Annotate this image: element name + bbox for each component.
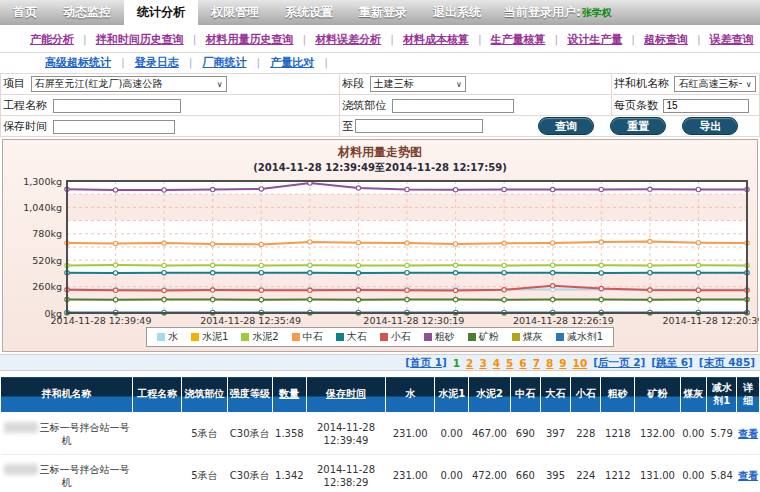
legend-label: 矿粉 bbox=[479, 330, 499, 344]
topnav-item-4[interactable]: 系统设置 bbox=[272, 0, 346, 25]
topnav-item-2[interactable]: 统计分析 bbox=[124, 0, 198, 25]
cell-1-2: 5承台 bbox=[182, 455, 227, 492]
svg-text:260kg: 260kg bbox=[32, 281, 62, 292]
pager-page-8[interactable]: 8 bbox=[546, 357, 553, 369]
cell-0-8: 467.00 bbox=[469, 413, 511, 455]
export-button[interactable]: 导出 bbox=[682, 117, 738, 135]
secondary-menu: 高级超标统计|登录日志|厂商统计|产量比对| bbox=[0, 53, 760, 73]
table-row: 三标一号拌合站一号机5承台C30承台1.3582014-11-28 12:39:… bbox=[1, 413, 760, 455]
svg-text:1,040kg: 1,040kg bbox=[23, 202, 62, 213]
mixer-name-cell: 三标一号拌合站一号机 bbox=[1, 413, 133, 455]
save-time-to-input[interactable] bbox=[355, 119, 483, 133]
project-select[interactable]: 石屏至元江(红龙厂)高速公路 ∨ bbox=[31, 76, 227, 92]
current-user-name: 张学权 bbox=[582, 6, 612, 20]
cell-1-7: 0.00 bbox=[435, 455, 469, 492]
mixer-select[interactable]: 石红高速三标一号拌合站一号机 ∨ bbox=[674, 76, 755, 92]
legend-label: 煤灰 bbox=[523, 330, 543, 344]
pager-page-3[interactable]: 3 bbox=[479, 357, 486, 369]
save-time-from-input[interactable] bbox=[53, 120, 175, 134]
menu-item-2[interactable]: 材料用量历史查询 bbox=[205, 33, 293, 46]
column-header-11: 小石 bbox=[571, 377, 601, 413]
query-button[interactable]: 查询 bbox=[538, 117, 594, 135]
column-header-4[interactable]: 数量 bbox=[272, 377, 306, 413]
menu-item-5[interactable]: 生产量核算 bbox=[491, 33, 546, 46]
menu-item-3[interactable]: 材料误差分析 bbox=[315, 33, 381, 46]
legend-label: 中石 bbox=[303, 330, 323, 344]
cell-0-15: 5.79 bbox=[707, 413, 737, 455]
section-select[interactable]: 土建三标 ∨ bbox=[370, 76, 466, 92]
legend-label: 大石 bbox=[347, 330, 367, 344]
cell-0-9: 690 bbox=[510, 413, 540, 455]
view-detail-link[interactable]: 查看 bbox=[738, 470, 758, 481]
chevron-down-icon: ∨ bbox=[746, 80, 752, 89]
menu-item-4[interactable]: 材料成本核算 bbox=[403, 33, 469, 46]
cell-1-9: 660 bbox=[510, 455, 540, 492]
results-table: 拌和机名称工程名称浇筑部位强度等级数量保存时间水水泥1水泥2中石大石小石粗砂矿粉… bbox=[0, 376, 760, 492]
pager-first[interactable]: [首页 1] bbox=[405, 356, 447, 370]
submenu-item-2[interactable]: 厂商统计 bbox=[202, 56, 246, 69]
legend-label: 小石 bbox=[391, 330, 411, 344]
topnav-item-3[interactable]: 权限管理 bbox=[198, 0, 272, 25]
legend-swatch-icon bbox=[468, 333, 476, 341]
reset-button[interactable]: 重置 bbox=[610, 117, 666, 135]
pager-page-7[interactable]: 7 bbox=[533, 357, 540, 369]
submenu-item-0[interactable]: 高级超标统计 bbox=[45, 56, 111, 69]
pager-page-10[interactable]: 10 bbox=[573, 357, 588, 369]
cell-1-5: 2014-11-28 12:38:29 bbox=[306, 455, 385, 492]
topnav-item-0[interactable]: 首页 bbox=[0, 0, 50, 25]
pager-next[interactable]: [后一页 2] bbox=[593, 356, 645, 370]
analysis-menu: 产能分析|拌和时间历史查询|材料用量历史查询|材料误差分析|材料成本核算|生产量… bbox=[0, 27, 760, 53]
pager-page-4[interactable]: 4 bbox=[493, 357, 500, 369]
menu-item-7[interactable]: 超标查询 bbox=[644, 33, 688, 46]
column-header-12: 粗砂 bbox=[601, 377, 635, 413]
cell-1-15: 5.84 bbox=[707, 455, 737, 492]
legend-item-9: 减水剂1 bbox=[556, 330, 603, 344]
menu-item-1[interactable]: 拌和时间历史查询 bbox=[96, 33, 184, 46]
view-detail-link[interactable]: 查看 bbox=[738, 428, 758, 439]
legend-swatch-icon bbox=[157, 333, 165, 341]
pour-part-input[interactable] bbox=[392, 99, 514, 113]
legend-item-1: 水泥1 bbox=[191, 330, 228, 344]
pager-page-9[interactable]: 9 bbox=[559, 357, 566, 369]
table-row: 三标一号拌合站一号机5承台C30承台1.3422014-11-28 12:38:… bbox=[1, 455, 760, 492]
legend-label: 水泥2 bbox=[252, 330, 278, 344]
topnav-item-6[interactable]: 退出系统 bbox=[420, 0, 494, 25]
page-size-label: 每页条数 bbox=[614, 99, 658, 112]
engineering-name-input[interactable] bbox=[53, 99, 181, 113]
menu-separator: | bbox=[256, 56, 260, 69]
results-header-row: 拌和机名称工程名称浇筑部位强度等级数量保存时间水水泥1水泥2中石大石小石粗砂矿粉… bbox=[1, 377, 760, 413]
cell-1-10: 395 bbox=[540, 455, 570, 492]
menu-separator: | bbox=[324, 56, 328, 69]
section-label: 标段 bbox=[342, 77, 364, 90]
current-user: 当前登录用户: 张学权 bbox=[494, 0, 612, 25]
column-header-5[interactable]: 保存时间 bbox=[306, 377, 385, 413]
column-header-7: 水泥1 bbox=[435, 377, 469, 413]
menu-item-6[interactable]: 设计生产量 bbox=[567, 33, 622, 46]
menu-separator: | bbox=[631, 33, 635, 46]
menu-separator: | bbox=[302, 33, 306, 46]
chart-title: 材料用量走势图 bbox=[3, 144, 757, 161]
pager-page-6[interactable]: 6 bbox=[519, 357, 526, 369]
save-time-to-label: 至 bbox=[342, 119, 353, 134]
legend-swatch-icon bbox=[292, 333, 300, 341]
chart-panel: 材料用量走势图 (2014-11-28 12:39:49至2014-11-28 … bbox=[2, 139, 758, 352]
chart-legend: 水水泥1水泥2中石大石小石粗砂矿粉煤灰减水剂1 bbox=[146, 327, 614, 347]
legend-label: 水泥1 bbox=[202, 330, 228, 344]
column-header-2: 浇筑部位 bbox=[182, 377, 227, 413]
submenu-item-3[interactable]: 产量比对 bbox=[270, 56, 314, 69]
pager-last[interactable]: [末页 485] bbox=[699, 356, 755, 370]
pager-jump[interactable]: [跳至 6] bbox=[651, 356, 693, 370]
pager-page-2[interactable]: 2 bbox=[466, 357, 473, 369]
legend-label: 水 bbox=[168, 330, 178, 344]
menu-item-8[interactable]: 误差查询 bbox=[710, 33, 754, 46]
cell-1-12: 1212 bbox=[601, 455, 635, 492]
chevron-down-icon: ∨ bbox=[217, 80, 223, 89]
page-size-input[interactable] bbox=[663, 99, 748, 113]
column-header-9: 中石 bbox=[510, 377, 540, 413]
topnav-item-1[interactable]: 动态监控 bbox=[50, 0, 124, 25]
topnav-item-5[interactable]: 重新登录 bbox=[346, 0, 420, 25]
menu-item-0[interactable]: 产能分析 bbox=[30, 33, 74, 46]
submenu-item-1[interactable]: 登录日志 bbox=[135, 56, 179, 69]
column-header-15: 减水剂1 bbox=[707, 377, 737, 413]
pager-page-5[interactable]: 5 bbox=[506, 357, 513, 369]
